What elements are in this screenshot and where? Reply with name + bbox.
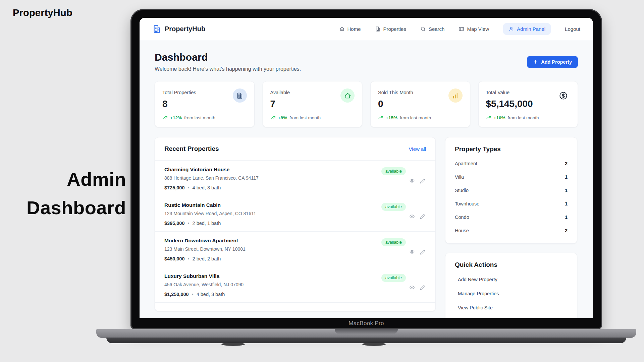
trending-up-icon xyxy=(162,115,168,120)
laptop-base xyxy=(96,329,636,338)
pencil-icon[interactable] xyxy=(420,285,426,290)
type-count: 1 xyxy=(565,188,568,193)
laptop-base-notch xyxy=(335,329,398,334)
eye-icon[interactable] xyxy=(409,285,415,290)
trend-percent: +10% xyxy=(494,115,505,120)
type-row: Apartment 2 xyxy=(455,157,568,170)
app-logo[interactable]: PropertyHub xyxy=(152,24,205,34)
type-row: House 2 xyxy=(455,224,568,237)
nav-item-map-view[interactable]: Map View xyxy=(459,26,489,32)
type-row: Townhouse 1 xyxy=(455,197,568,210)
separator-dot: • xyxy=(187,256,189,261)
status-badge: available xyxy=(381,274,406,282)
stat-trend: +8% from last month xyxy=(270,115,355,120)
property-meta: 4 bed, 3 bath xyxy=(197,292,225,297)
stat-trend: +15% from last month xyxy=(378,115,463,120)
bar-chart-icon xyxy=(448,88,463,103)
property-row[interactable]: Charming Victorian House 888 Heritage La… xyxy=(155,160,435,196)
property-row-partial xyxy=(155,302,435,311)
type-label: Villa xyxy=(455,174,464,180)
nav-item-label: Search xyxy=(429,26,445,32)
eye-icon[interactable] xyxy=(409,214,415,219)
desk-headline-line1: Admin xyxy=(0,165,126,193)
dollar-circle-icon xyxy=(556,88,570,103)
trending-up-icon xyxy=(270,115,276,120)
nav-item-admin-panel[interactable]: Admin Panel xyxy=(503,23,551,35)
quick-action-view-public-site[interactable]: View Public Site xyxy=(455,301,568,315)
nav-item-label: Home xyxy=(347,26,361,32)
eye-icon[interactable] xyxy=(409,249,415,255)
property-price-row: $450,000 • 2 bed, 2 bath xyxy=(164,256,426,261)
stat-card-sold-this-month: Sold This Month 0 +15% from last month xyxy=(370,81,470,127)
nav-item-logout[interactable]: Logout xyxy=(565,26,580,32)
home-icon xyxy=(340,88,355,103)
stat-trend: +10% from last month xyxy=(486,115,571,120)
laptop-base-underside xyxy=(106,338,626,343)
nav-item-search[interactable]: Search xyxy=(420,26,445,32)
page-subtitle: Welcome back! Here's what's happening wi… xyxy=(155,66,301,72)
pencil-icon[interactable] xyxy=(420,214,426,219)
eye-icon[interactable] xyxy=(409,178,415,184)
row-actions xyxy=(409,178,426,184)
property-row[interactable]: Modern Downtown Apartment 123 Main Stree… xyxy=(155,231,435,267)
home-icon xyxy=(339,26,345,32)
add-property-button[interactable]: Add Property xyxy=(527,56,578,68)
building-icon xyxy=(152,24,161,34)
desk-headline: Admin Dashboard xyxy=(0,165,126,222)
property-row[interactable]: Luxury Suburban Villa 456 Oak Avenue, We… xyxy=(155,267,435,302)
app-navbar: PropertyHub Home Properties Search Map xyxy=(140,18,593,40)
type-label: Condo xyxy=(455,215,469,220)
pencil-icon[interactable] xyxy=(420,249,426,255)
user-icon xyxy=(508,26,514,32)
quick-action-manage-properties[interactable]: Manage Properties xyxy=(455,287,568,301)
type-count: 1 xyxy=(565,174,568,180)
view-all-link[interactable]: View all xyxy=(409,146,426,152)
page-title: Dashboard xyxy=(155,52,301,63)
trend-percent: +12% xyxy=(170,115,182,120)
nav-item-home[interactable]: Home xyxy=(339,26,361,32)
stat-trend: +12% from last month xyxy=(162,115,247,120)
page-header: Dashboard Welcome back! Here's what's ha… xyxy=(155,52,578,72)
property-price-row: $725,000 • 4 bed, 3 bath xyxy=(164,185,426,190)
property-types-title: Property Types xyxy=(455,145,568,153)
property-meta: 2 bed, 1 bath xyxy=(193,221,221,226)
trending-up-icon xyxy=(486,115,491,120)
property-row[interactable]: Rustic Mountain Cabin 123 Mountain View … xyxy=(155,196,435,231)
quick-action-add-new-property[interactable]: Add New Property xyxy=(455,273,568,287)
page-header-text: Dashboard Welcome back! Here's what's ha… xyxy=(155,52,301,72)
nav-item-properties[interactable]: Properties xyxy=(375,26,406,32)
type-row: Condo 1 xyxy=(455,210,568,224)
property-address: 456 Oak Avenue, Westfield, NJ 07090 xyxy=(164,282,426,287)
stat-label: Available xyxy=(270,88,290,95)
recent-properties-card: Recent Properties View all Charming Vict… xyxy=(155,137,436,311)
property-address: 123 Mountain View Road, Aspen, CO 81611 xyxy=(164,211,426,216)
plus-icon xyxy=(533,59,538,64)
right-column: Property Types Apartment 2 Villa 1 Studi… xyxy=(445,137,577,318)
stat-label: Total Value xyxy=(486,88,510,95)
type-count: 2 xyxy=(565,161,568,166)
pencil-icon[interactable] xyxy=(420,178,426,184)
map-icon xyxy=(459,26,464,32)
row-actions xyxy=(409,214,426,219)
property-meta: 2 bed, 2 bath xyxy=(193,256,221,261)
device-label: MacBook Pro xyxy=(130,320,602,327)
building-icon xyxy=(233,88,247,103)
trend-suffix: from last month xyxy=(184,115,215,120)
row-actions xyxy=(409,285,426,290)
property-types-card: Property Types Apartment 2 Villa 1 Studi… xyxy=(445,137,577,244)
add-property-label: Add Property xyxy=(541,59,572,65)
type-label: House xyxy=(455,228,469,233)
status-badge: available xyxy=(381,167,406,175)
type-row: Studio 1 xyxy=(455,184,568,197)
laptop-frame: PropertyHub Home Properties Search Map xyxy=(130,9,602,329)
type-count: 2 xyxy=(565,228,568,233)
building-icon xyxy=(375,26,381,32)
type-label: Studio xyxy=(455,188,469,193)
quick-actions-title: Quick Actions xyxy=(455,261,568,268)
trend-suffix: from last month xyxy=(507,115,539,120)
app-logo-label: PropertyHub xyxy=(165,25,205,33)
desk-headline-line2: Dashboard xyxy=(0,193,126,222)
trend-percent: +8% xyxy=(278,115,287,120)
trend-suffix: from last month xyxy=(400,115,431,120)
property-meta: 4 bed, 3 bath xyxy=(193,185,221,190)
